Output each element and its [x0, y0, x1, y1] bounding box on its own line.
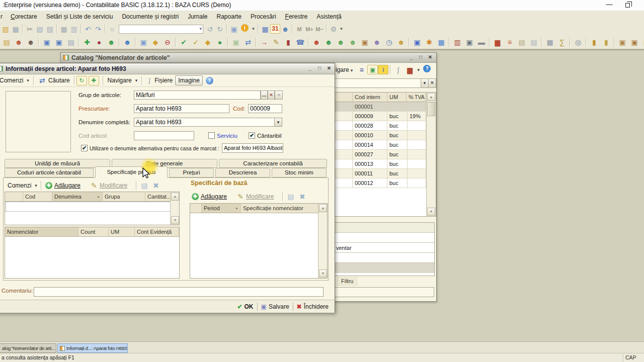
scrollbar[interactable]: ▲ ▼ [318, 204, 327, 278]
table-row[interactable]: 000012 buc [335, 178, 436, 188]
menu-item[interactable]: r [0, 11, 6, 22]
column-header[interactable]: Denumirea [52, 192, 103, 202]
tree-view-icon[interactable]: ≡ [356, 65, 367, 75]
menu-item[interactable]: Procesări [246, 11, 281, 22]
catalog-titlebar[interactable]: Catalog "Nomenclator de articole" _ □ ✕ [61, 53, 436, 63]
catalog-maximize-button[interactable]: □ [417, 54, 425, 61]
table-row[interactable]: 000027 buc [335, 150, 436, 159]
column-header[interactable]: Cod intern [353, 93, 387, 102]
serviciu-checkbox[interactable] [208, 132, 215, 139]
user-lock-icon[interactable]: ☻ [280, 24, 290, 34]
pencil-tools-icon[interactable]: ✎ [270, 37, 282, 47]
catalog-filter-combo[interactable]: ▼ ✕ [334, 78, 436, 88]
table-row[interactable]: 000001 [335, 102, 436, 112]
comenzi-menu-button[interactable]: Comenzi [0, 75, 32, 85]
user-blue-icon[interactable]: ☻ [121, 37, 133, 47]
new-document-button[interactable]: ✚ [89, 76, 99, 85]
window-tab-dialog[interactable]: Informații d...: Aparat foto H693 [57, 343, 128, 353]
column-header[interactable]: Nomenclator [5, 227, 78, 237]
box-down-icon[interactable]: ◆ [149, 37, 162, 47]
imagine-button[interactable]: Imagine [175, 75, 203, 85]
denumire-alternativa-input[interactable]: Aparat foto H693 Albastr [222, 143, 283, 153]
transfer-icon[interactable]: ⇄ [242, 37, 254, 47]
user-remove-icon[interactable]: ☻ [310, 37, 323, 47]
calendar-icon[interactable]: 31 [270, 24, 280, 34]
scroll-down-icon[interactable]: ▼ [427, 208, 435, 216]
employee-icon[interactable]: ☻ [25, 37, 37, 47]
person-badge-icon[interactable]: ☻ [105, 37, 117, 47]
frames-icon[interactable]: ▣ [367, 65, 378, 74]
scrollbar[interactable]: ▲ ▼ [170, 192, 179, 225]
catalog-minimize-button[interactable]: _ [407, 54, 415, 61]
arrow-red-icon[interactable]: → [258, 37, 270, 47]
column-header[interactable] [5, 192, 23, 202]
user-card-icon[interactable]: ▣ [359, 37, 371, 47]
catalog-close-button[interactable]: ✕ [426, 54, 434, 61]
column-header[interactable]: Specificație nomenclator [241, 204, 318, 213]
window-tab-catalog[interactable]: alog "Nomenclator de arti... [0, 343, 56, 353]
modificare-button[interactable]: ✎Modificare [89, 180, 129, 191]
sigma-icon[interactable]: ∑ [556, 37, 568, 47]
redo-icon[interactable]: ↷ [93, 24, 103, 34]
copy-icon[interactable]: ▤ [35, 24, 45, 34]
bar-chart-icon[interactable]: ▆ [492, 37, 504, 47]
box-pale-icon[interactable]: ▣ [230, 37, 242, 47]
table-row[interactable]: 000011 buc [335, 169, 436, 178]
panel-row[interactable] [335, 253, 434, 263]
memory-minus-button[interactable]: M− [314, 24, 325, 34]
help-icon[interactable]: ? [206, 77, 213, 84]
minimize-button[interactable]: — [602, 0, 617, 11]
document-list-icon[interactable]: ▤ [65, 37, 77, 47]
doc-gray-icon[interactable]: ▤ [528, 37, 540, 47]
monitor-out-icon[interactable]: ▣ [53, 37, 65, 47]
menu-item[interactable]: Jurnale [183, 11, 212, 22]
denumire-combo[interactable]: Aparat foto H693▼ [134, 118, 282, 127]
tab[interactable]: Coduri articole cântarabil [5, 168, 94, 177]
scroll-up-icon[interactable]: ▲ [319, 204, 327, 212]
scroll-down-icon[interactable]: ▼ [319, 269, 327, 278]
attach-icon[interactable]: ∫ [392, 65, 404, 75]
table-row[interactable]: 000013 buc [335, 159, 436, 169]
tab[interactable]: Caracterizare contabilă [219, 159, 327, 168]
modificare-button[interactable]: ✎Modificare [235, 192, 276, 202]
focused-empty-row[interactable] [6, 202, 171, 212]
dialog-maximize-button[interactable]: □ [315, 65, 324, 72]
caret-down-icon[interactable]: ▼ [251, 24, 256, 34]
menu-item[interactable]: Rapoarte [212, 11, 246, 22]
cantaribil-checkbox[interactable]: ✔ [249, 132, 255, 139]
adaugare-button[interactable]: ✚Adăugare [190, 193, 229, 200]
table-row[interactable]: 000014 buc [335, 140, 436, 150]
caret-down-icon[interactable]: ▼ [339, 24, 344, 34]
print-icon[interactable]: ▦ [59, 24, 69, 34]
refresh-all-icon[interactable]: ↻ [215, 24, 225, 34]
box-yellow-icon[interactable]: ◆ [202, 37, 214, 47]
phone-icon[interactable]: ☎ [294, 37, 306, 47]
column-header[interactable]: Cod [23, 192, 52, 202]
menu-item[interactable]: Ferestre [281, 11, 312, 22]
globe-icon[interactable]: ● [214, 37, 226, 47]
dialog-minimize-button[interactable]: _ [306, 65, 314, 72]
receipt-icon[interactable]: ▤ [640, 37, 644, 47]
navigare-menu-button[interactable]: Navigare [105, 75, 140, 85]
column-header[interactable]: UM [387, 93, 407, 102]
delete-row-button[interactable]: ✖ [296, 192, 308, 202]
menu-item[interactable]: Corectare [6, 11, 42, 22]
report-icon[interactable]: ▆ [404, 65, 416, 75]
book-gold-icon[interactable]: ▮ [588, 37, 600, 47]
comentariu-input[interactable] [34, 287, 324, 297]
filtru-label[interactable]: Filtru [337, 277, 357, 286]
paste-icon[interactable]: ▧ [45, 24, 55, 34]
no-entry-icon[interactable]: ⊖ [162, 37, 174, 47]
memory-plus-button[interactable]: M+ [304, 24, 314, 34]
combo-clear-button[interactable]: ✕ [428, 79, 436, 87]
tab[interactable]: Prețuri [169, 168, 214, 177]
book-coin-icon[interactable]: ▮ [600, 37, 612, 47]
combo-dropdown-button[interactable]: ▼ [421, 79, 428, 87]
puzzle-icon[interactable]: ▣ [411, 37, 423, 47]
salvare-button[interactable]: ▣Salvare [261, 303, 289, 310]
column-header[interactable]: Grupa [103, 192, 145, 202]
grup-lookup-button[interactable]: ○ [275, 90, 283, 100]
panel-row[interactable] [335, 263, 434, 273]
column-header[interactable]: Cantitat... [145, 192, 171, 202]
user-green-icon[interactable]: ☻ [347, 37, 359, 47]
